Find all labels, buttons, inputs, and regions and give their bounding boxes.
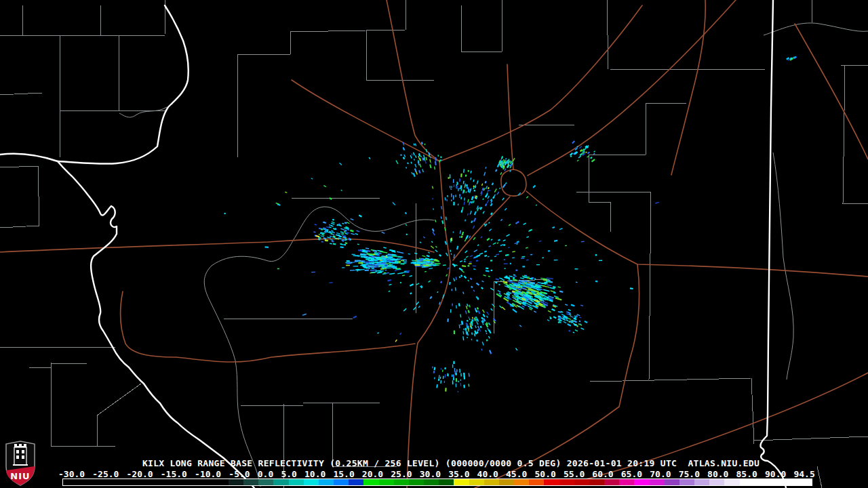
radar-echoes <box>224 56 797 392</box>
colorbar-tick: -15.0 <box>161 470 187 479</box>
minor-rivers <box>119 23 868 487</box>
colorbar-tick: 85.0 <box>736 470 757 479</box>
radar-viewer: KILX LONG RANGE BASE REFLECTIVITY (0.25K… <box>0 0 868 488</box>
mississippi-river <box>0 154 58 161</box>
colorbar-tick: 35.0 <box>448 470 469 479</box>
colorbar-tick: 40.0 <box>477 470 498 479</box>
niu-logo-text: NIU <box>10 471 30 481</box>
colorbar-tick: 94.5 <box>793 470 814 479</box>
niu-logo: NIU <box>4 441 37 487</box>
colorbar-tick: 70.0 <box>650 470 671 479</box>
colorbar-tick: 60.0 <box>592 470 613 479</box>
product-title: KILX LONG RANGE BASE REFLECTIVITY (0.25K… <box>0 458 868 468</box>
illinois-river-lower <box>58 161 254 488</box>
illinois-river <box>58 5 189 164</box>
colorbar-tick: 15.0 <box>333 470 354 479</box>
colorbar-gradient <box>62 479 812 486</box>
colorbar-tick: 10.0 <box>304 470 326 479</box>
colorbar-tick: 55.0 <box>564 470 585 479</box>
colorbar-tick: -10.0 <box>195 470 221 479</box>
colorbar-tick: 75.0 <box>679 470 700 479</box>
colorbar-tick: -30.0 <box>58 470 85 479</box>
colorbar-tick: -25.0 <box>92 470 119 479</box>
county-borders <box>0 0 868 488</box>
state-border-and-rivers <box>0 0 786 488</box>
colorbar-tick: 45.0 <box>506 470 527 479</box>
colorbar-tick: 90.0 <box>765 470 786 479</box>
colorbar-tick: 30.0 <box>420 470 441 479</box>
colorbar-tick: 20.0 <box>362 470 383 479</box>
colorbar-tick: 50.0 <box>534 470 555 479</box>
colorbar-tick: 5.0 <box>281 470 296 479</box>
colorbar-ticks: -30.0-25.0-20.0-15.0-10.0-5.00.05.010.01… <box>58 470 815 479</box>
radar-map <box>0 0 868 488</box>
colorbar-tick: 0.0 <box>258 470 273 479</box>
colorbar-tick: -20.0 <box>127 470 153 479</box>
colorbar-tick: -5.0 <box>229 470 250 479</box>
roads <box>0 0 868 488</box>
colorbar-tick: 25.0 <box>391 470 412 479</box>
colorbar-tick: 80.0 <box>707 470 728 479</box>
colorbar-tick: 65.0 <box>621 470 642 479</box>
